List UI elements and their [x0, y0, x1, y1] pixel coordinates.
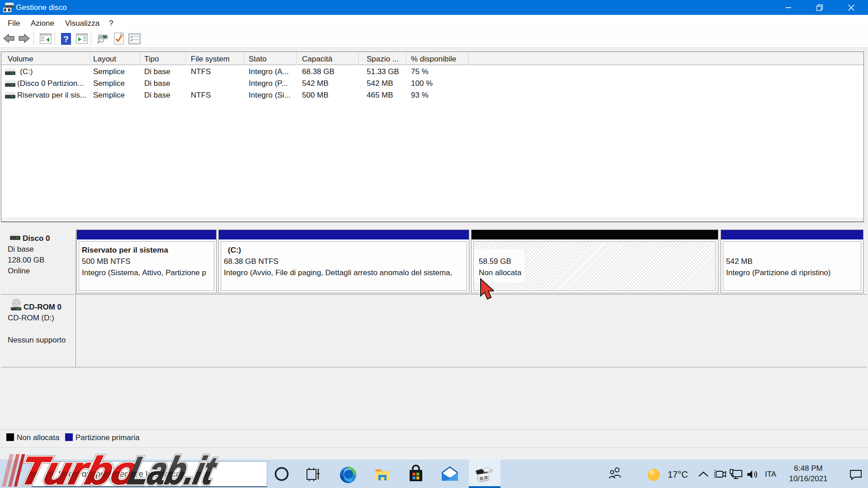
svg-text:Lab.it: Lab.it	[124, 450, 221, 488]
svg-text:Turbo: Turbo	[16, 450, 143, 488]
svg-text:?: ?	[63, 34, 69, 44]
